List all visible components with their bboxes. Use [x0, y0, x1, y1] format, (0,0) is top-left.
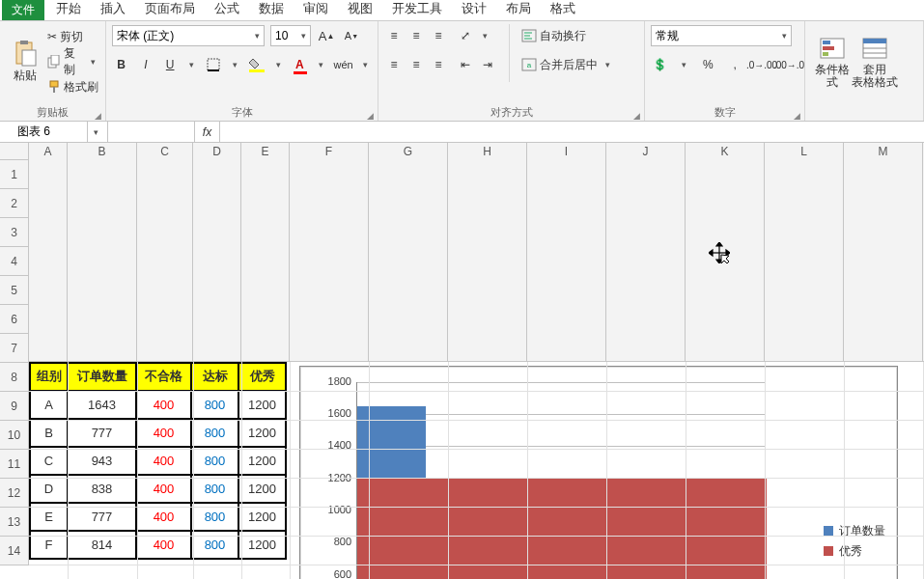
decrease-decimal-icon[interactable]: .00→.0 — [779, 55, 798, 74]
row-header[interactable]: 12 — [0, 479, 28, 508]
paste-button[interactable]: 粘贴 — [6, 24, 45, 99]
chart-legend[interactable]: 订单数量优秀 — [824, 519, 885, 564]
col-header[interactable]: H — [448, 143, 527, 361]
legend-item[interactable]: 优秀 — [824, 543, 885, 560]
ribbon-tab-0[interactable]: 开始 — [46, 0, 91, 20]
orientation-icon[interactable]: ⤢ — [456, 26, 475, 45]
table-cell[interactable]: 800 — [191, 391, 238, 419]
ribbon-tab-9[interactable]: 布局 — [496, 0, 541, 20]
col-header[interactable]: C — [137, 143, 193, 361]
table-cell[interactable]: D — [30, 475, 68, 503]
format-painter-button[interactable]: 格式刷 — [47, 75, 99, 98]
col-header[interactable]: G — [369, 143, 448, 361]
table-cell[interactable]: A — [30, 391, 68, 419]
chevron-down-icon[interactable]: ▾ — [87, 122, 104, 142]
table-cell[interactable]: 943 — [68, 447, 136, 475]
col-header[interactable]: I — [527, 143, 606, 361]
chart-plot-area[interactable]: 020040060080010001200140016001800ABCDEF — [356, 382, 766, 580]
table-cell[interactable]: 800 — [191, 447, 238, 475]
chevron-down-icon[interactable]: ▾ — [250, 31, 264, 41]
chevron-down-icon[interactable]: ▾ — [359, 60, 372, 69]
row-header[interactable]: 3 — [0, 218, 28, 247]
ribbon-tab-2[interactable]: 页面布局 — [135, 0, 205, 20]
fx-icon[interactable]: fx — [195, 122, 220, 142]
chevron-down-icon[interactable]: ▾ — [678, 60, 691, 69]
table-cell[interactable]: 1200 — [238, 447, 286, 475]
table-cell[interactable]: 800 — [191, 475, 238, 503]
select-all-corner[interactable] — [0, 143, 29, 160]
dialog-launcher-icon[interactable]: ◢ — [794, 111, 800, 121]
merge-center-button[interactable]: a 合并后居中 ▾ — [521, 53, 614, 76]
table-cell[interactable]: 400 — [136, 419, 191, 447]
chart-series-bar[interactable] — [357, 406, 426, 478]
legend-item[interactable]: 订单数量 — [824, 523, 885, 539]
ribbon-tab-5[interactable]: 审阅 — [294, 0, 338, 20]
copy-button[interactable]: 复制 ▾ — [47, 50, 99, 73]
wrap-text-button[interactable]: 自动换行 — [521, 24, 614, 47]
col-header[interactable]: D — [193, 143, 241, 361]
increase-decimal-icon[interactable]: .0→.00 — [752, 55, 771, 74]
font-name-input[interactable] — [113, 29, 250, 42]
table-cell[interactable]: 1643 — [68, 391, 136, 419]
bold-button[interactable]: B — [112, 55, 130, 74]
table-cell[interactable]: 400 — [136, 391, 191, 419]
table-cell[interactable]: 1200 — [238, 391, 286, 419]
row-header[interactable]: 1 — [0, 160, 28, 189]
number-format-input[interactable] — [652, 29, 777, 42]
number-format-combo[interactable]: ▾ — [651, 25, 792, 46]
font-size-combo[interactable]: ▾ — [270, 25, 311, 46]
accounting-format-icon[interactable]: 💲 — [651, 55, 670, 74]
increase-indent-icon[interactable]: ⇥ — [478, 55, 497, 74]
col-header[interactable]: A — [29, 143, 68, 361]
ribbon-tab-3[interactable]: 公式 — [205, 0, 249, 20]
row-header[interactable]: 5 — [0, 276, 28, 305]
underline-button[interactable]: U — [161, 55, 180, 74]
percent-icon[interactable]: % — [699, 55, 718, 74]
conditional-format-button[interactable]: 条件格式 — [811, 24, 854, 99]
ribbon-tab-4[interactable]: 数据 — [249, 0, 294, 20]
cells-area[interactable]: 组别订单数量不合格达标优秀A16434008001200B77740080012… — [29, 362, 924, 580]
row-header[interactable]: 14 — [0, 537, 28, 565]
table-cell[interactable]: 777 — [68, 419, 136, 447]
decrease-indent-icon[interactable]: ⇤ — [456, 55, 475, 74]
row-header[interactable]: 10 — [0, 421, 28, 450]
row-header[interactable]: 7 — [0, 334, 28, 363]
chart-object[interactable]: 020040060080010001200140016001800ABCDEF … — [299, 366, 898, 580]
row-header[interactable]: 8 — [0, 363, 28, 392]
border-button[interactable] — [204, 55, 222, 74]
table-cell[interactable]: 400 — [136, 475, 191, 503]
chevron-down-icon[interactable]: ▾ — [229, 60, 241, 69]
chevron-down-icon[interactable]: ▾ — [87, 57, 99, 67]
chevron-down-icon[interactable]: ▾ — [185, 60, 198, 69]
font-color-button[interactable]: A — [291, 55, 309, 74]
col-header[interactable]: L — [765, 143, 844, 361]
align-left-icon[interactable]: ≡ — [384, 55, 404, 74]
dialog-launcher-icon[interactable]: ◢ — [95, 111, 101, 121]
fill-color-button[interactable] — [247, 55, 266, 74]
formula-input[interactable] — [220, 122, 924, 142]
col-header[interactable]: E — [241, 143, 290, 361]
row-header[interactable]: 4 — [0, 247, 28, 276]
chevron-down-icon[interactable]: ▾ — [296, 31, 310, 41]
align-right-icon[interactable]: ≡ — [429, 55, 448, 74]
col-header[interactable]: B — [68, 143, 137, 361]
dialog-launcher-icon[interactable]: ◢ — [633, 111, 640, 121]
col-header[interactable]: F — [290, 143, 369, 361]
ribbon-tab-1[interactable]: 插入 — [91, 0, 135, 20]
align-bottom-icon[interactable]: ≡ — [429, 26, 448, 45]
font-name-combo[interactable]: ▾ — [112, 25, 265, 46]
align-top-icon[interactable]: ≡ — [384, 26, 404, 45]
table-cell[interactable]: 800 — [191, 419, 238, 447]
align-middle-icon[interactable]: ≡ — [406, 26, 426, 45]
table-cell[interactable]: C — [30, 447, 68, 475]
font-size-input[interactable] — [271, 29, 296, 42]
col-header[interactable]: J — [606, 143, 686, 361]
dialog-launcher-icon[interactable]: ◢ — [367, 111, 374, 121]
row-header[interactable]: 6 — [0, 305, 28, 334]
chevron-down-icon[interactable]: ▾ — [315, 60, 327, 69]
file-tab[interactable]: 文件 — [2, 0, 44, 20]
italic-button[interactable]: I — [136, 55, 154, 74]
row-header[interactable]: 11 — [0, 450, 28, 479]
table-cell[interactable]: 838 — [68, 475, 136, 503]
row-header[interactable]: 13 — [0, 508, 28, 537]
